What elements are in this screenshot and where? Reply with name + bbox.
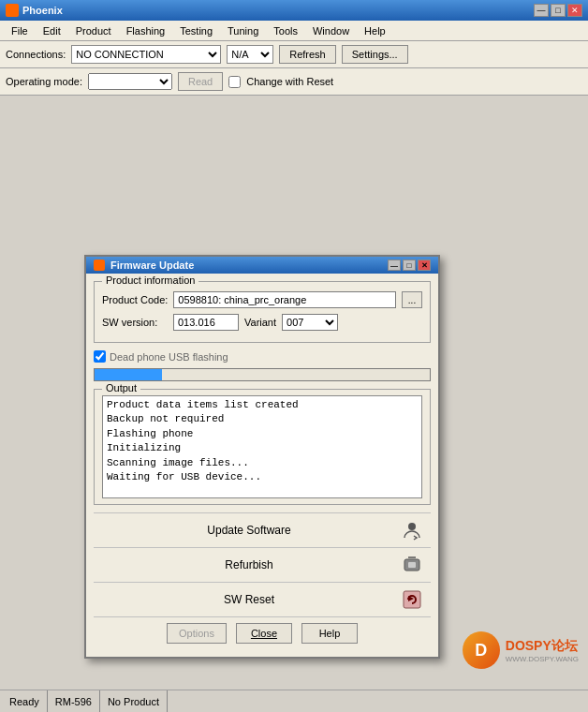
- menu-flashing[interactable]: Flashing: [119, 23, 173, 38]
- dead-phone-usb-checkbox[interactable]: [94, 350, 106, 363]
- update-software-icon: [399, 517, 425, 543]
- progress-bar: [94, 368, 431, 381]
- close-window-button[interactable]: ✕: [567, 4, 582, 17]
- update-software-label: Update Software: [99, 524, 399, 537]
- refurbish-icon: [399, 552, 425, 578]
- output-line-1: Product data items list created: [107, 398, 418, 412]
- status-ready: Ready: [6, 690, 48, 712]
- bottom-buttons: Options Close Help: [94, 616, 431, 649]
- title-bar: Phoenix — □ ✕: [0, 0, 588, 21]
- dospy-sub: WWW.DOSPY.WANG: [506, 655, 579, 663]
- dospy-brand-group: DOSPY论坛 WWW.DOSPY.WANG: [506, 638, 579, 663]
- sw-reset-icon: [399, 586, 425, 613]
- product-code-row: Product Code: ...: [102, 291, 422, 308]
- menu-tools[interactable]: Tools: [266, 23, 305, 38]
- help-button[interactable]: Help: [301, 623, 358, 644]
- progress-bar-fill: [95, 369, 162, 380]
- product-code-input[interactable]: [173, 291, 396, 308]
- dialog-maximize-button[interactable]: □: [403, 260, 416, 271]
- svg-point-0: [408, 523, 416, 530]
- product-info-title: Product information: [102, 274, 198, 286]
- refurbish-label: Refurbish: [99, 558, 399, 571]
- minimize-button[interactable]: —: [534, 4, 549, 17]
- na-select[interactable]: N/A: [227, 45, 273, 64]
- menu-testing[interactable]: Testing: [172, 23, 220, 38]
- dospy-logo-letter: D: [475, 641, 487, 660]
- menu-product[interactable]: Product: [68, 23, 119, 38]
- app-icon: [6, 4, 19, 17]
- dialog-close-button[interactable]: ✕: [418, 260, 431, 271]
- variant-select[interactable]: 007: [282, 314, 338, 331]
- main-toolbar: Connections: NO CONNECTION N/A Refresh S…: [0, 41, 588, 68]
- sw-reset-label: SW Reset: [99, 593, 399, 606]
- menu-edit[interactable]: Edit: [36, 23, 68, 38]
- read-button[interactable]: Read: [178, 72, 223, 91]
- main-area: Firmware Update — □ ✕ Product informatio…: [0, 96, 588, 691]
- svg-rect-2: [408, 562, 416, 568]
- product-info-group: Product information Product Code: ... SW…: [94, 281, 431, 343]
- operating-mode-label: Operating mode:: [6, 76, 82, 87]
- dospy-logo: D: [463, 631, 500, 669]
- connections-label: Connections:: [6, 49, 66, 60]
- menu-tuning[interactable]: Tuning: [220, 23, 266, 38]
- window-controls: — □ ✕: [534, 4, 582, 17]
- output-line-2: Backup not required: [107, 412, 418, 426]
- dead-phone-usb-row: Dead phone USB flashing: [94, 350, 431, 363]
- output-area[interactable]: Product data items list created Backup n…: [102, 395, 422, 498]
- sw-version-input[interactable]: [173, 314, 239, 331]
- menu-help[interactable]: Help: [357, 23, 393, 38]
- dead-phone-usb-label: Dead phone USB flashing: [110, 351, 228, 363]
- firmware-update-dialog: Firmware Update — □ ✕ Product informatio…: [84, 255, 440, 659]
- dospy-brand: DOSPY论坛: [506, 638, 579, 655]
- refresh-button[interactable]: Refresh: [279, 45, 336, 64]
- status-device: RM-596: [48, 690, 100, 712]
- output-line-6: Waiting for USB device...: [107, 470, 418, 484]
- dialog-icon: [94, 260, 105, 271]
- dialog-body: Product information Product Code: ... SW…: [86, 274, 438, 657]
- menu-bar: File Edit Product Flashing Testing Tunin…: [0, 21, 588, 41]
- output-title: Output: [102, 382, 140, 393]
- output-line-4: Initializing: [107, 441, 418, 455]
- connections-select[interactable]: NO CONNECTION: [71, 45, 221, 64]
- change-with-reset-checkbox[interactable]: [228, 76, 241, 88]
- output-line-3: Flashing phone: [107, 427, 418, 441]
- refurbish-row[interactable]: Refurbish: [94, 547, 431, 582]
- product-code-label: Product Code:: [102, 294, 168, 305]
- window-title: Phoenix: [22, 5, 534, 16]
- sw-version-row: SW version: Variant 007: [102, 314, 422, 331]
- sw-version-label: SW version:: [102, 317, 168, 328]
- maximize-button[interactable]: □: [551, 4, 566, 17]
- settings-button[interactable]: Settings...: [342, 45, 408, 64]
- dialog-title-text: Firmware Update: [110, 260, 386, 271]
- status-product: No Product: [100, 690, 168, 712]
- close-dialog-button[interactable]: Close: [236, 623, 292, 644]
- options-button[interactable]: Options: [167, 623, 227, 644]
- menu-file[interactable]: File: [4, 23, 36, 38]
- change-with-reset-label: Change with Reset: [246, 76, 333, 87]
- operating-mode-select[interactable]: [88, 73, 172, 90]
- update-software-row[interactable]: Update Software: [94, 512, 431, 547]
- secondary-toolbar: Operating mode: Read Change with Reset: [0, 68, 588, 96]
- output-line-5: Scanning image files...: [107, 456, 418, 470]
- dialog-minimize-button[interactable]: —: [388, 260, 401, 271]
- menu-window[interactable]: Window: [305, 23, 357, 38]
- sw-reset-row[interactable]: SW Reset: [94, 582, 431, 616]
- status-bar: Ready RM-596 No Product: [0, 690, 588, 712]
- watermark: D DOSPY论坛 WWW.DOSPY.WANG: [463, 631, 579, 669]
- browse-button[interactable]: ...: [402, 291, 422, 308]
- variant-label: Variant: [244, 317, 276, 328]
- dialog-title-bar: Firmware Update — □ ✕: [86, 257, 438, 274]
- output-group: Output Product data items list created B…: [94, 389, 431, 505]
- product-info-content: Product Code: ... SW version: Variant 00…: [102, 288, 422, 331]
